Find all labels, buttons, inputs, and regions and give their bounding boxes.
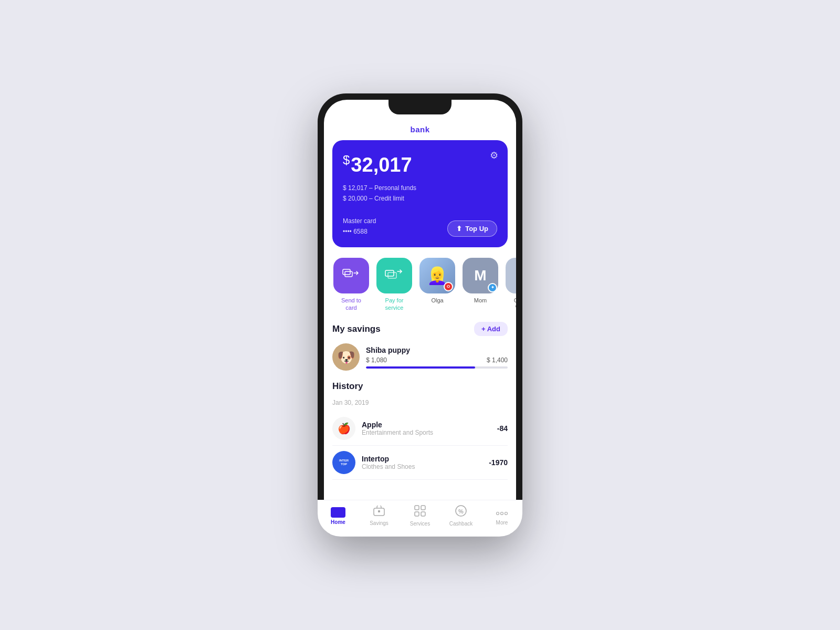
svg-rect-9 xyxy=(421,512,425,516)
card-footer: Master card •••• 6588 ⬆ Top Up xyxy=(343,216,497,236)
savings-header: My savings + Add xyxy=(332,322,508,336)
pay-for-service-label: Pay forservice xyxy=(385,297,404,312)
savings-progress-row: $ 1,080 $ 1,400 xyxy=(366,356,508,364)
balance-card: ⚙ $32,017 $ 12,017 – Personal funds $ 20… xyxy=(332,140,508,247)
intertop-amount: -1970 xyxy=(489,458,508,467)
bottom-nav: Home Savings xyxy=(324,500,516,530)
svg-rect-0 xyxy=(343,269,350,275)
quick-actions: Send tocard Pay forservice xyxy=(324,258,516,322)
dollar-sign: $ xyxy=(343,153,350,167)
apple-logo: 🍎 xyxy=(332,417,355,440)
mom-avatar: M ✦ xyxy=(463,258,498,293)
add-savings-button[interactable]: + Add xyxy=(474,322,508,336)
george-avatar: 🧑‍💼 xyxy=(506,258,516,293)
apple-icon: 🍎 xyxy=(338,422,351,435)
savings-progress-fill xyxy=(366,366,475,369)
apple-category: Entertainment and Sports xyxy=(362,429,491,436)
nav-cashback[interactable]: % Cashback xyxy=(448,505,474,527)
intertop-category: Clothes and Shoes xyxy=(362,463,482,470)
svg-rect-1 xyxy=(345,271,352,277)
card-info: Master card •••• 6588 xyxy=(343,216,376,236)
home-icon xyxy=(331,507,345,518)
nav-services[interactable]: Services xyxy=(407,505,433,527)
send-to-card-label: Send tocard xyxy=(341,297,361,312)
svg-rect-6 xyxy=(415,506,419,510)
olga-avatar: 👱‍♀️ O xyxy=(419,258,455,293)
phone-frame: bank ⚙ $32,017 $ 12,017 – Personal funds… xyxy=(318,93,522,537)
savings-goal: $ 1,400 xyxy=(487,356,508,364)
apple-amount: -84 xyxy=(497,424,508,433)
savings-current: $ 1,080 xyxy=(366,356,387,364)
action-mom[interactable]: M ✦ Mom xyxy=(461,258,499,312)
history-header: History xyxy=(332,381,508,392)
svg-text:%: % xyxy=(458,508,464,514)
history-item-intertop[interactable]: INTERTOP Intertop Clothes and Shoes -197… xyxy=(332,446,508,480)
topup-button[interactable]: ⬆ Top Up xyxy=(447,220,497,237)
action-george-welch[interactable]: 🧑‍💼 GeorgeWelch xyxy=(505,258,516,312)
nav-more[interactable]: More xyxy=(489,506,515,526)
history-section: History Jan 30, 2019 🍎 Apple Entertainme… xyxy=(324,381,516,480)
svg-rect-3 xyxy=(388,272,396,278)
svg-rect-7 xyxy=(421,506,425,510)
svg-point-14 xyxy=(505,512,508,515)
savings-avatar: 🐶 xyxy=(332,343,360,371)
savings-nav-label: Savings xyxy=(370,520,388,526)
history-item-apple[interactable]: 🍎 Apple Entertainment and Sports -84 xyxy=(332,412,508,446)
savings-progress-bar xyxy=(366,366,508,369)
more-nav-icon xyxy=(496,506,508,518)
savings-section: My savings + Add 🐶 Shiba puppy $ 1,080 $… xyxy=(324,322,516,371)
cashback-nav-icon: % xyxy=(455,505,467,519)
apple-merchant: Apple xyxy=(362,421,491,429)
topup-icon: ⬆ xyxy=(456,225,462,233)
olga-label: Olga xyxy=(431,297,443,304)
settings-icon[interactable]: ⚙ xyxy=(490,150,498,161)
more-nav-label: More xyxy=(496,520,508,526)
action-olga[interactable]: 👱‍♀️ O Olga xyxy=(418,258,456,312)
nav-home[interactable]: Home xyxy=(325,507,351,525)
cashback-nav-label: Cashback xyxy=(449,521,472,527)
george-label: GeorgeWelch xyxy=(514,297,516,312)
intertop-text: INTERTOP xyxy=(338,458,350,467)
history-title: History xyxy=(332,381,363,392)
history-date: Jan 30, 2019 xyxy=(332,399,508,406)
screen-content: bank ⚙ $32,017 $ 12,017 – Personal funds… xyxy=(324,100,516,530)
balance-amount: $32,017 xyxy=(343,153,497,176)
phone-screen: bank ⚙ $32,017 $ 12,017 – Personal funds… xyxy=(324,100,516,530)
svg-point-13 xyxy=(501,512,503,515)
mom-badge: ✦ xyxy=(488,283,497,292)
olga-badge: O xyxy=(444,282,453,291)
savings-info: Shiba puppy $ 1,080 $ 1,400 xyxy=(366,346,508,369)
nav-savings[interactable]: Savings xyxy=(366,506,392,526)
intertop-merchant: Intertop xyxy=(362,455,482,463)
svg-rect-8 xyxy=(415,512,419,516)
svg-rect-2 xyxy=(385,270,394,276)
savings-name: Shiba puppy xyxy=(366,346,508,354)
savings-title: My savings xyxy=(332,324,381,334)
services-nav-icon xyxy=(414,505,426,519)
savings-nav-icon xyxy=(373,506,385,519)
send-to-card-icon xyxy=(333,258,369,293)
apple-info: Apple Entertainment and Sports xyxy=(362,421,491,436)
svg-point-12 xyxy=(497,512,499,515)
action-pay-for-service[interactable]: Pay forservice xyxy=(375,258,413,312)
services-nav-label: Services xyxy=(410,521,430,527)
intertop-info: Intertop Clothes and Shoes xyxy=(362,455,482,470)
home-label: Home xyxy=(331,519,345,525)
phone-notch xyxy=(388,100,452,114)
pay-for-service-icon xyxy=(376,258,412,293)
intertop-logo: INTERTOP xyxy=(332,451,355,474)
action-send-to-card[interactable]: Send tocard xyxy=(332,258,370,312)
svg-rect-5 xyxy=(378,510,380,512)
savings-item: 🐶 Shiba puppy $ 1,080 $ 1,400 xyxy=(332,343,508,371)
balance-sub: $ 12,017 – Personal funds $ 20,000 – Cre… xyxy=(343,183,497,204)
mom-label: Mom xyxy=(474,297,487,304)
